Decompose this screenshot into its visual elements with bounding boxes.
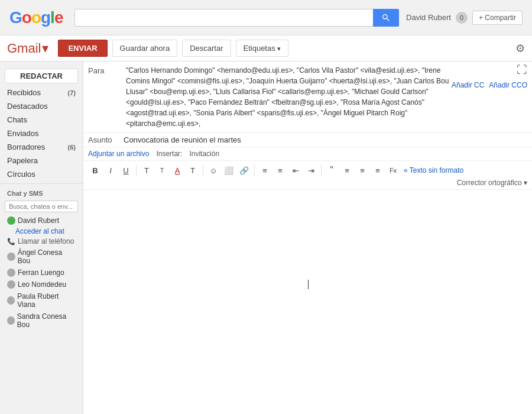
chat-user-leo[interactable]: Leo Nomdedeu	[0, 279, 83, 290]
remove-format-button[interactable]: Fx	[386, 163, 400, 177]
chat-user-ferran-name: Ferran Luengo	[18, 269, 64, 277]
chat-user-angel[interactable]: Ángel Conesa Bou	[0, 247, 83, 267]
subject-row: Asunto Convocatoria de reunión el martes	[83, 133, 532, 147]
fmt-sep-3	[254, 165, 255, 176]
chat-phone-item[interactable]: 📞 Llamar al teléfono	[0, 236, 83, 247]
sidebar-item-borradores[interactable]: Borradores (6)	[0, 140, 83, 154]
font-button[interactable]: T	[140, 163, 154, 177]
chat-user-david[interactable]: David Rubert	[0, 215, 83, 227]
add-cc-link[interactable]: Añadir CC	[452, 81, 484, 89]
cursor-indicator	[308, 280, 309, 289]
top-bar: Google David Rubert 0 + Compartir	[0, 0, 532, 35]
user-badge: 0	[456, 12, 468, 24]
chat-phone-label: Llamar al teléfono	[18, 237, 74, 245]
to-label: Para	[88, 64, 124, 75]
borradores-label: Borradores	[7, 143, 45, 151]
chats-label: Chats	[7, 115, 27, 124]
settings-icon[interactable]: ⚙	[515, 42, 525, 55]
main-layout: REDACTAR Recibidos (7) Destacados Chats …	[0, 62, 532, 414]
font-size-button[interactable]: T	[155, 163, 169, 177]
bold-button[interactable]: B	[88, 163, 102, 177]
gmail-bar: Gmail ▾ ENVIAR Guardar ahora Descartar E…	[0, 35, 532, 62]
fmt-sep-2	[203, 165, 203, 176]
avatar-leo	[7, 280, 15, 289]
outdent-button[interactable]: ⇤	[288, 163, 303, 177]
chat-user-angel-name: Ángel Conesa Bou	[18, 248, 76, 265]
circulos-label: Círculos	[7, 170, 35, 179]
sidebar: REDACTAR Recibidos (7) Destacados Chats …	[0, 62, 83, 414]
enviados-label: Enviados	[7, 129, 38, 138]
avatar-sandra	[7, 316, 15, 325]
expand-icon[interactable]: ⛶	[517, 64, 527, 76]
compose-button[interactable]: REDACTAR	[5, 69, 78, 83]
chat-sublink-david[interactable]: Acceder al chat	[0, 227, 83, 236]
user-area: David Rubert 0 + Compartir	[406, 11, 523, 25]
chat-search-input[interactable]	[5, 200, 78, 212]
user-name: David Rubert	[406, 13, 451, 22]
to-content[interactable]: "Carlos Hernando Domingo" <hernando@edu.…	[124, 64, 452, 130]
chat-user-paula[interactable]: Paula Rubert Viana	[0, 290, 83, 310]
insert-label: Insertar:	[156, 150, 182, 158]
chat-user-leo-name: Leo Nomdedeu	[18, 280, 66, 289]
gmail-dropdown-icon[interactable]: ▾	[42, 41, 48, 56]
gmail-label: Gmail ▾	[7, 41, 48, 56]
compose-area: Para "Carlos Hernando Domingo" <hernando…	[83, 62, 532, 414]
recibidos-count: (7)	[68, 89, 76, 96]
guardar-button[interactable]: Guardar ahora	[112, 40, 178, 57]
blockquote-button[interactable]: "	[325, 163, 339, 177]
image-button[interactable]: ⬜	[222, 163, 236, 177]
subject-label: Asunto	[88, 135, 124, 144]
search-input[interactable]	[74, 9, 373, 27]
fmt-sep-4	[321, 165, 322, 176]
gmail-text: Gmail	[7, 41, 41, 56]
add-bcc-link[interactable]: Añadir CCO	[489, 81, 527, 89]
chat-section-label: Chat y SMS	[0, 186, 83, 198]
subject-value[interactable]: Convocatoria de reunión el martes	[124, 135, 527, 144]
sidebar-item-recibidos[interactable]: Recibidos (7)	[0, 86, 83, 99]
indent-button[interactable]: ⇥	[304, 163, 318, 177]
chat-user-ferran[interactable]: Ferran Luengo	[0, 267, 83, 279]
align-left-button[interactable]: ≡	[340, 163, 354, 177]
google-logo: Google	[9, 8, 63, 27]
etiquetas-button[interactable]: Etiquetas	[236, 40, 288, 57]
spell-check-button[interactable]: Corrector ortográfico ▾	[457, 179, 527, 187]
enviar-button[interactable]: ENVIAR	[58, 40, 107, 57]
attach-link[interactable]: Adjuntar un archivo	[88, 150, 149, 158]
invitation-link[interactable]: Invitación	[189, 150, 219, 158]
search-button[interactable]	[373, 9, 399, 27]
align-right-button[interactable]: ≡	[371, 163, 385, 177]
recibidos-label: Recibidos	[7, 88, 41, 97]
no-format-link[interactable]: « Texto sin formato	[404, 166, 463, 174]
papelera-label: Papelera	[7, 156, 38, 165]
sidebar-item-enviados[interactable]: Enviados	[0, 127, 83, 140]
body-area[interactable]	[83, 190, 532, 414]
bullet-list-button[interactable]: ≡	[258, 163, 272, 177]
font-color-button[interactable]: A	[170, 163, 184, 177]
fmt-sep-1	[136, 165, 137, 176]
sidebar-item-papelera[interactable]: Papelera	[0, 154, 83, 167]
chat-user-paula-name: Paula Rubert Viana	[17, 292, 76, 309]
format-toolbar: B I U T T A T ☺ ⬜ 🔗 ≡ ≡ ⇤ ⇥ " ≡ ≡ ≡ Fx «…	[83, 161, 532, 190]
chat-user-sandra-name: Sandra Conesa Bou	[17, 312, 76, 329]
chat-user-david-name: David Rubert	[18, 216, 59, 225]
share-button[interactable]: + Compartir	[472, 11, 523, 25]
link-button[interactable]: 🔗	[237, 163, 251, 177]
avatar-angel	[7, 253, 15, 261]
align-center-button[interactable]: ≡	[355, 163, 369, 177]
avatar-ferran	[7, 269, 15, 277]
numbered-list-button[interactable]: ≡	[273, 163, 287, 177]
chat-user-sandra[interactable]: Sandra Conesa Bou	[0, 310, 83, 331]
attach-row: Adjuntar un archivo Insertar: Invitación	[83, 147, 532, 161]
destacados-label: Destacados	[7, 102, 48, 111]
sidebar-item-circulos[interactable]: Círculos	[0, 167, 83, 181]
chat-sms-section: Chat y SMS David Rubert Acceder al chat …	[0, 186, 83, 331]
emoji-button[interactable]: ☺	[206, 163, 220, 177]
underline-button[interactable]: U	[119, 163, 133, 177]
italic-button[interactable]: I	[103, 163, 118, 177]
sidebar-item-destacados[interactable]: Destacados	[0, 99, 83, 113]
to-row: Para "Carlos Hernando Domingo" <hernando…	[83, 62, 532, 133]
avatar-david	[7, 216, 15, 225]
sidebar-item-chats[interactable]: Chats	[0, 113, 83, 127]
descartar-button[interactable]: Descartar	[182, 40, 231, 57]
text-format-button[interactable]: T	[186, 163, 200, 177]
